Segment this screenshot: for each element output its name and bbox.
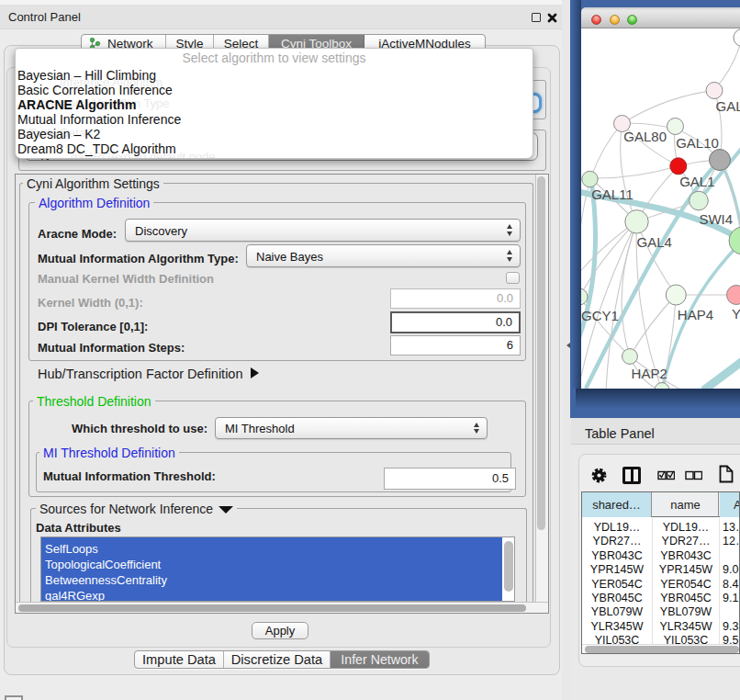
svg-text:Y: Y <box>732 306 740 322</box>
svg-text:HAP4: HAP4 <box>678 307 713 322</box>
svg-text:GAL10: GAL10 <box>676 135 719 151</box>
svg-text:GAL80: GAL80 <box>623 129 667 144</box>
svg-text:HAP2: HAP2 <box>632 366 667 381</box>
svg-text:GAL11: GAL11 <box>591 186 633 202</box>
svg-text:GAL4: GAL4 <box>637 234 672 250</box>
svg-text:SWI4: SWI4 <box>699 211 733 227</box>
svg-text:GAL8: GAL8 <box>716 98 740 114</box>
svg-text:GAL1: GAL1 <box>679 174 714 189</box>
svg-text:GCY1: GCY1 <box>581 308 619 323</box>
